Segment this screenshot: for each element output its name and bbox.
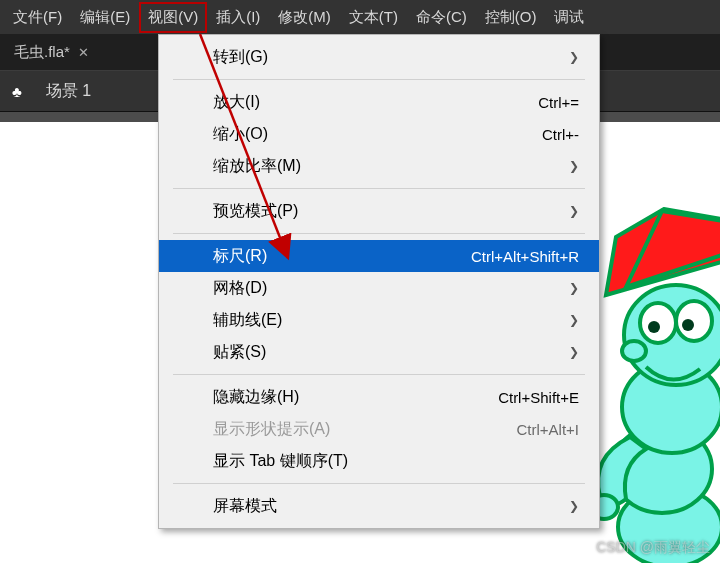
menu-entry-label: 缩小(O) xyxy=(213,124,268,145)
menu-entry[interactable]: 缩放比率(M)❯ xyxy=(159,150,599,182)
menu-entry[interactable]: 贴紧(S)❯ xyxy=(159,336,599,368)
menu-entry-label: 显示 Tab 键顺序(T) xyxy=(213,451,348,472)
menu-item[interactable]: 视图(V) xyxy=(139,2,207,33)
menu-entry[interactable]: 缩小(O)Ctrl+- xyxy=(159,118,599,150)
menu-entry: 显示形状提示(A)Ctrl+Alt+I xyxy=(159,413,599,445)
scene-label[interactable]: 场景 1 xyxy=(46,81,91,102)
chevron-right-icon: ❯ xyxy=(561,313,579,327)
menu-entry[interactable]: 网格(D)❯ xyxy=(159,272,599,304)
menu-entry-label: 缩放比率(M) xyxy=(213,156,301,177)
chevron-right-icon: ❯ xyxy=(561,159,579,173)
menu-entry[interactable]: 放大(I)Ctrl+= xyxy=(159,86,599,118)
document-tab-filename: 毛虫.fla* xyxy=(14,43,70,62)
menu-entry[interactable]: 屏幕模式❯ xyxy=(159,490,599,522)
menu-entry[interactable]: 显示 Tab 键顺序(T) xyxy=(159,445,599,477)
menu-item[interactable]: 调试 xyxy=(545,2,593,33)
menu-entry[interactable]: 辅助线(E)❯ xyxy=(159,304,599,336)
menu-entry-shortcut: Ctrl+Alt+Shift+R xyxy=(471,248,579,265)
menu-separator xyxy=(173,188,585,189)
menu-item[interactable]: 编辑(E) xyxy=(71,2,139,33)
svg-point-5 xyxy=(622,341,646,361)
menu-item[interactable]: 修改(M) xyxy=(269,2,340,33)
menu-entry-shortcut: Ctrl+= xyxy=(538,94,579,111)
menu-entry-label: 标尺(R) xyxy=(213,246,267,267)
chevron-right-icon: ❯ xyxy=(561,50,579,64)
menu-entry-label: 隐藏边缘(H) xyxy=(213,387,299,408)
menu-entry[interactable]: 隐藏边缘(H)Ctrl+Shift+E xyxy=(159,381,599,413)
svg-point-8 xyxy=(648,321,660,333)
menu-separator xyxy=(173,79,585,80)
close-icon[interactable]: ✕ xyxy=(78,45,89,60)
menu-separator xyxy=(173,483,585,484)
menu-separator xyxy=(173,233,585,234)
menu-entry-label: 放大(I) xyxy=(213,92,260,113)
svg-point-9 xyxy=(682,319,694,331)
chevron-right-icon: ❯ xyxy=(561,281,579,295)
menu-entry-shortcut: Ctrl+- xyxy=(542,126,579,143)
chevron-right-icon: ❯ xyxy=(561,499,579,513)
menu-entry-label: 网格(D) xyxy=(213,278,267,299)
svg-point-7 xyxy=(676,301,712,341)
chevron-right-icon: ❯ xyxy=(561,204,579,218)
menu-entry[interactable]: 转到(G)❯ xyxy=(159,41,599,73)
document-tab[interactable]: 毛虫.fla* ✕ xyxy=(4,37,99,68)
menu-entry-shortcut: Ctrl+Shift+E xyxy=(498,389,579,406)
menu-entry[interactable]: 标尺(R)Ctrl+Alt+Shift+R xyxy=(159,240,599,272)
menu-entry-label: 屏幕模式 xyxy=(213,496,277,517)
menu-separator xyxy=(173,374,585,375)
menu-entry-label: 转到(G) xyxy=(213,47,268,68)
scene-icon[interactable]: ♣ xyxy=(12,83,22,100)
menu-item[interactable]: 命令(C) xyxy=(407,2,476,33)
menu-entry-label: 显示形状提示(A) xyxy=(213,419,330,440)
menu-entry[interactable]: 预览模式(P)❯ xyxy=(159,195,599,227)
menu-entry-shortcut: Ctrl+Alt+I xyxy=(516,421,579,438)
menu-entry-label: 预览模式(P) xyxy=(213,201,298,222)
menu-item[interactable]: 插入(I) xyxy=(207,2,269,33)
menu-item[interactable]: 控制(O) xyxy=(476,2,546,33)
menu-item[interactable]: 文本(T) xyxy=(340,2,407,33)
chevron-right-icon: ❯ xyxy=(561,345,579,359)
menu-entry-label: 贴紧(S) xyxy=(213,342,266,363)
menu-item[interactable]: 文件(F) xyxy=(4,2,71,33)
menu-bar: 文件(F)编辑(E)视图(V)插入(I)修改(M)文本(T)命令(C)控制(O)… xyxy=(0,0,720,34)
menu-entry-label: 辅助线(E) xyxy=(213,310,282,331)
view-menu-dropdown[interactable]: 转到(G)❯放大(I)Ctrl+=缩小(O)Ctrl+-缩放比率(M)❯预览模式… xyxy=(158,34,600,529)
watermark: CSDN @雨翼轻尘 xyxy=(596,539,710,557)
